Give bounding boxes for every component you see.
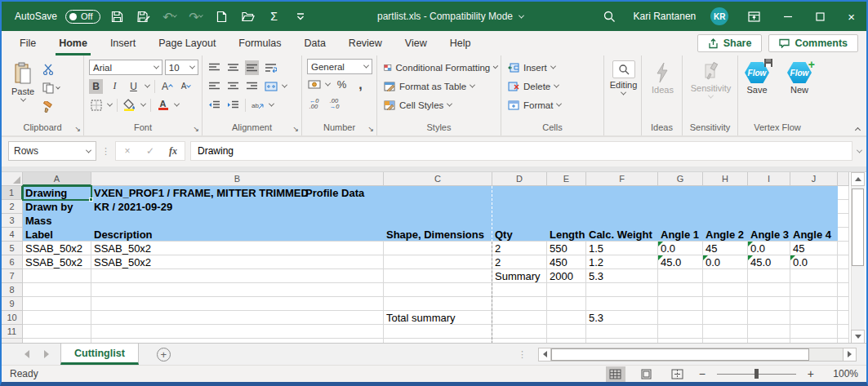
cell-G4[interactable]: Angle 1 — [658, 228, 703, 242]
bottom-align-button[interactable] — [245, 60, 259, 75]
vscroll-thumb[interactable] — [852, 189, 864, 266]
cell-H1[interactable] — [703, 186, 748, 200]
close-button[interactable]: × — [836, 2, 866, 31]
zoom-out-button[interactable]: − — [699, 368, 706, 379]
avatar[interactable]: KR — [702, 2, 737, 31]
number-format-combo[interactable]: General — [307, 59, 372, 74]
ribbon-display-options-icon[interactable] — [737, 2, 772, 31]
cell-J5[interactable]: 45 — [790, 242, 838, 255]
decrease-font-size-button[interactable]: A — [179, 79, 193, 94]
column-header-partial[interactable] — [838, 172, 849, 186]
underline-button[interactable]: U — [127, 79, 140, 94]
cell-D2[interactable] — [492, 200, 547, 214]
cell-H7[interactable] — [703, 269, 748, 283]
tab-help[interactable]: Help — [438, 31, 483, 55]
format-cells-button[interactable]: Format — [508, 96, 600, 113]
row-header-3[interactable]: 3 — [2, 214, 23, 228]
cell-A11[interactable] — [23, 325, 91, 339]
middle-align-button[interactable] — [226, 60, 240, 75]
normal-view-icon[interactable] — [606, 366, 625, 382]
cell-C11[interactable] — [384, 325, 492, 339]
copy-icon[interactable] — [42, 81, 60, 95]
cell-D7[interactable]: Summary — [492, 269, 547, 283]
cell-J7[interactable] — [790, 269, 838, 283]
share-button[interactable]: Share — [697, 34, 763, 52]
cell-I3[interactable] — [748, 214, 790, 228]
cell-E10[interactable] — [547, 311, 586, 325]
tab-page-layout[interactable]: Page Layout — [147, 31, 227, 55]
borders-button[interactable] — [89, 98, 103, 113]
cell-k1[interactable] — [838, 186, 849, 200]
cell-A9[interactable] — [23, 297, 91, 311]
expand-formula-bar-icon[interactable] — [857, 147, 862, 153]
zoom-in-button[interactable]: + — [808, 368, 814, 379]
cell-k11[interactable] — [838, 325, 849, 339]
cell-A6[interactable]: SSAB_50x2 — [23, 255, 91, 269]
column-header-i[interactable]: I — [748, 172, 790, 186]
cell-E1[interactable] — [547, 186, 586, 200]
underline-dropdown-icon[interactable] — [145, 82, 150, 88]
cell-J11[interactable] — [790, 325, 838, 339]
cell-E3[interactable] — [547, 214, 586, 228]
cell-C9[interactable] — [384, 297, 492, 311]
cell-B3[interactable] — [91, 214, 384, 228]
cell-E11[interactable] — [547, 325, 586, 339]
orientation-dropdown-icon[interactable] — [269, 101, 274, 107]
cell-D3[interactable] — [492, 214, 547, 228]
select-all-corner[interactable] — [2, 172, 23, 186]
insert-cells-button[interactable]: Insert — [508, 59, 600, 76]
search-icon[interactable] — [592, 2, 627, 31]
cell-E8[interactable] — [547, 283, 586, 297]
cell-D9[interactable] — [492, 297, 547, 311]
column-header-f[interactable]: F — [586, 172, 658, 186]
column-header-e[interactable]: E — [547, 172, 586, 186]
sheet-next-icon[interactable] — [44, 350, 49, 358]
cell-k10[interactable] — [838, 311, 849, 325]
cell-J10[interactable] — [790, 311, 838, 325]
cell-G2[interactable] — [658, 200, 703, 214]
cell-A10[interactable] — [23, 311, 91, 325]
tab-file[interactable]: File — [8, 31, 47, 55]
cell-C6[interactable] — [384, 255, 492, 269]
delete-cells-button[interactable]: Delete — [508, 78, 600, 95]
vscroll-down-icon[interactable] — [851, 330, 865, 343]
cell-G5[interactable]: 0.0 — [658, 242, 703, 255]
cell-k2[interactable] — [838, 200, 849, 214]
hscroll-right-icon[interactable] — [844, 348, 857, 362]
minimize-button[interactable] — [772, 2, 804, 31]
cell-J6[interactable]: 0.0 — [790, 255, 838, 269]
top-align-button[interactable] — [207, 60, 221, 75]
cell-k9[interactable] — [838, 297, 849, 311]
font-name-combo[interactable]: Arial — [89, 60, 162, 75]
cell-F4[interactable]: Calc. Weight — [586, 228, 658, 242]
user-name[interactable]: Kari Rantanen — [627, 2, 703, 31]
cell-J9[interactable] — [790, 297, 838, 311]
maximize-button[interactable] — [804, 2, 836, 31]
orientation-button[interactable]: ab — [251, 98, 265, 113]
cell-B5[interactable]: SSAB_50x2 — [91, 242, 384, 255]
cell-H2[interactable] — [703, 200, 748, 214]
cell-G3[interactable] — [658, 214, 703, 228]
autosave-toggle[interactable]: Off — [65, 10, 100, 24]
increase-font-size-button[interactable]: A — [160, 79, 174, 94]
clipboard-dialog-launcher-icon[interactable]: ↘ — [74, 126, 81, 133]
row-header-8[interactable]: 8 — [2, 283, 23, 297]
cell-E5[interactable]: 550 — [547, 242, 586, 255]
italic-button[interactable]: I — [108, 79, 122, 94]
format-as-table-button[interactable]: Format as Table — [384, 78, 497, 95]
cell-F3[interactable] — [586, 214, 658, 228]
font-size-combo[interactable]: 10 — [165, 60, 198, 75]
cell-k3[interactable] — [838, 214, 849, 228]
enter-entry-icon[interactable]: ✓ — [139, 145, 162, 157]
row-header-7[interactable]: 7 — [2, 269, 23, 283]
row-header-5[interactable]: 5 — [2, 242, 23, 255]
cell-F10[interactable]: 5.3 — [586, 311, 658, 325]
fill-color-dropdown-icon[interactable] — [140, 101, 146, 107]
cell-A3[interactable]: Mass — [23, 214, 91, 228]
cell-B10[interactable] — [91, 311, 384, 325]
page-break-preview-icon[interactable] — [668, 366, 688, 382]
cell-k6[interactable] — [838, 255, 849, 269]
cell-A2[interactable]: Drawn by — [23, 200, 91, 214]
name-box-dropdown-icon[interactable] — [86, 147, 91, 153]
vscroll-up-icon[interactable] — [851, 172, 865, 186]
